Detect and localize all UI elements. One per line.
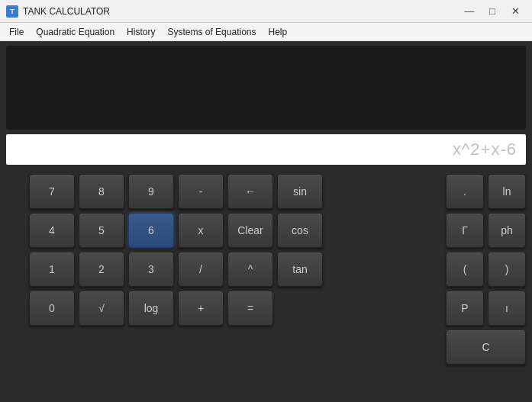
menu-history[interactable]: History (121, 25, 161, 39)
btn-7[interactable]: 7 (29, 174, 75, 209)
btn-p[interactable]: P (446, 291, 484, 326)
btn-dot[interactable]: . (446, 174, 484, 209)
minimize-button[interactable]: — (459, 3, 480, 20)
menu-quadratic[interactable]: Quadratic Equation (30, 25, 121, 39)
app-icon: T (6, 5, 18, 18)
btn-0[interactable]: 0 (29, 291, 75, 326)
btn-gamma[interactable]: Γ (446, 213, 484, 248)
titlebar: T TANK CALCULATOR — □ ✕ (0, 0, 532, 23)
calc-area: 7 8 9 - ← sin 4 5 6 x Clear cos 1 2 3 / … (0, 168, 532, 371)
btn-backspace[interactable]: ← (227, 174, 273, 209)
btn-log[interactable]: log (128, 291, 174, 326)
btn-5[interactable]: 5 (79, 213, 124, 248)
btn-ph[interactable]: ph (488, 213, 526, 248)
btn-8[interactable]: 8 (79, 174, 124, 209)
btn-clear[interactable]: Clear (227, 213, 273, 248)
btn-x[interactable]: x (178, 213, 224, 248)
btn-sqrt[interactable]: √ (79, 291, 124, 326)
btn-4[interactable]: 4 (29, 213, 75, 248)
display-top (6, 46, 526, 130)
display-input-text: x^2+x-6 (453, 140, 517, 159)
btn-power[interactable]: ^ (227, 252, 273, 287)
menu-help[interactable]: Help (262, 25, 293, 39)
btn-9[interactable]: 9 (128, 174, 174, 209)
right-keypad: . ln Γ ph ( ) P ı C (446, 174, 526, 365)
maximize-button[interactable]: □ (482, 3, 503, 20)
btn-c[interactable]: C (446, 330, 526, 365)
btn-ln[interactable]: ln (488, 174, 526, 209)
btn-open-paren[interactable]: ( (446, 252, 484, 287)
btn-tan[interactable]: tan (277, 252, 323, 287)
menu-systems[interactable]: Systems of Equations (161, 25, 262, 39)
btn-1[interactable]: 1 (29, 252, 75, 287)
titlebar-left: T TANK CALCULATOR (6, 5, 110, 18)
btn-sin[interactable]: sin (277, 174, 323, 209)
btn-2[interactable]: 2 (79, 252, 124, 287)
btn-close-paren[interactable]: ) (488, 252, 526, 287)
menubar: File Quadratic Equation History Systems … (0, 23, 532, 41)
btn-cos[interactable]: cos (277, 213, 323, 248)
btn-plus[interactable]: + (178, 291, 224, 326)
btn-equals[interactable]: = (227, 291, 273, 326)
titlebar-title: TANK CALCULATOR (23, 6, 110, 17)
main-keypad: 7 8 9 - ← sin 4 5 6 x Clear cos 1 2 3 / … (29, 174, 323, 365)
btn-3[interactable]: 3 (128, 252, 174, 287)
btn-dotless-i[interactable]: ı (488, 291, 526, 326)
btn-divide[interactable]: / (178, 252, 224, 287)
btn-6[interactable]: 6 (128, 213, 174, 248)
btn-minus[interactable]: - (178, 174, 224, 209)
display-input: x^2+x-6 (6, 134, 526, 165)
menu-file[interactable]: File (3, 25, 30, 39)
close-button[interactable]: ✕ (505, 3, 526, 20)
titlebar-controls: — □ ✕ (459, 3, 526, 20)
